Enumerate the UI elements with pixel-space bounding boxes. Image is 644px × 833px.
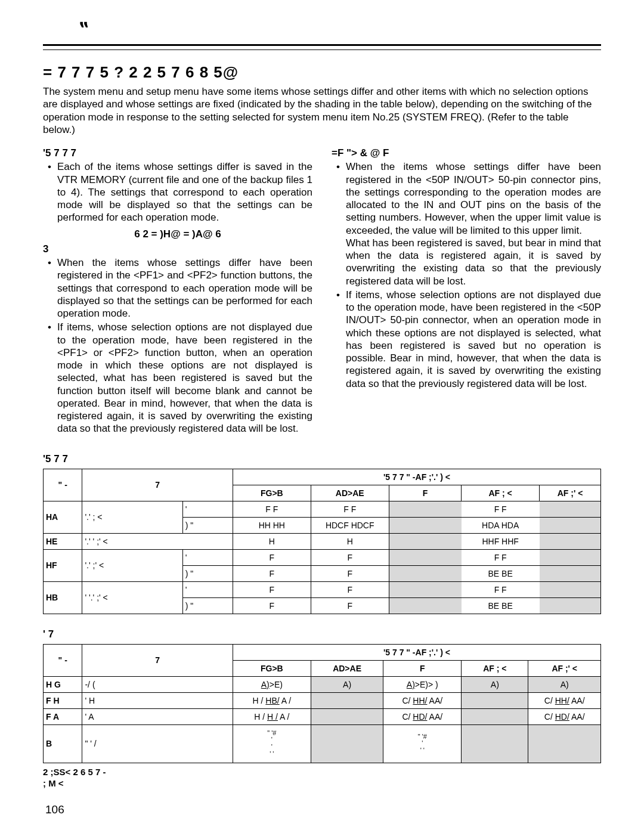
t1-c4: BE BE (462, 565, 540, 581)
left-column: '5 7 7 7 Each of the items whose setting… (43, 144, 312, 439)
footnote-2: ; M < (43, 778, 601, 788)
t1-head-c5: AF ;' < (540, 485, 601, 501)
table2-title: ' 7 (43, 628, 601, 640)
t1-c5 (540, 533, 601, 549)
t1-item: '.' ; < (82, 501, 182, 533)
t1-no: HA (44, 501, 82, 533)
t1-c2: F (311, 549, 389, 565)
t1-c2: H (311, 533, 389, 549)
t1-c4: F F (462, 549, 540, 565)
table-row: HF'.' ;' <'FFF F (44, 549, 601, 565)
t1-c1: HH HH (233, 517, 311, 533)
t1-c4: HHF HHF (462, 533, 540, 549)
t1-c1: F (233, 565, 311, 581)
header-ornament: ‟ (43, 18, 601, 44)
t2-cell: H / HB/ A / (233, 692, 311, 708)
t1-body: HA'.' ; <'F FF FF F) "HH HHHDCF HDCFHDA … (44, 501, 601, 614)
t1-c3 (389, 565, 462, 581)
t1-no: HE (44, 533, 82, 549)
t2-cell: A)>E)> ) (383, 676, 462, 692)
t1-item: ' '.' ;' < (82, 581, 182, 614)
t2-item: -/ ( (82, 676, 233, 692)
t1-head-no: " - (44, 469, 82, 501)
right-column: =F "> & @ F When the items whose setting… (332, 144, 601, 439)
t1-c3 (389, 517, 462, 533)
table2: " - 7 '5 7 7 " -AF ;'.' ) < FG>B AD>AE F… (43, 644, 601, 763)
t2-cell (462, 724, 528, 763)
t2-cell: C/ HH/ AA/ (383, 692, 462, 708)
t2-cell: H / H / A / (233, 708, 311, 724)
t2-cell: C/ HD/ AA/ (383, 708, 462, 724)
t1-c5 (540, 517, 601, 533)
t1-c1: H (233, 533, 311, 549)
t2-head-c3: F (383, 660, 462, 676)
t2-item: ' H (82, 692, 233, 708)
t2-head-c1: FG>B (233, 660, 311, 676)
t2-cell: A) (462, 676, 528, 692)
two-column-body: '5 7 7 7 Each of the items whose setting… (43, 144, 601, 439)
t1-head-item: 7 (82, 469, 233, 501)
t1-c5 (540, 501, 601, 517)
t2-cell (462, 692, 528, 708)
t1-c3 (389, 501, 462, 517)
t1-head-c3: F (389, 485, 462, 501)
right-bullet-1a: When the items whose settings differ hav… (346, 161, 601, 236)
t2-item: ' A (82, 708, 233, 724)
t1-sub: ' (182, 581, 233, 597)
t1-no: HF (44, 549, 82, 581)
right-subhead-1: =F "> & @ F (332, 147, 601, 159)
t2-head-no: " - (44, 644, 82, 676)
right-bullet-1: When the items whose settings differ hav… (340, 160, 601, 287)
t2-head-group: '5 7 7 " -AF ;'.' ) < (233, 644, 600, 660)
t1-sub: ' (182, 549, 233, 565)
t1-c1: F (233, 549, 311, 565)
t1-c5 (540, 581, 601, 597)
table-row: H G-/ (A)>E)A)A)>E)> )A)A) (44, 676, 601, 692)
t2-head-c5: AF ;' < (528, 660, 601, 676)
t1-head-c4: AF ; < (462, 485, 540, 501)
t2-cell: A)>E) (233, 676, 311, 692)
t1-head-group: '5 7 7 " -AF ;'.' ) < (233, 469, 600, 485)
t2-cell (528, 724, 601, 763)
t1-c2: F F (311, 501, 389, 517)
t2-cell (311, 708, 383, 724)
t2-cell (311, 692, 383, 708)
t1-c1: F F (233, 501, 311, 517)
footnotes: 2 ;SS< 2 6 5 7 - ; M < (43, 767, 601, 788)
t2-no: F A (44, 708, 82, 724)
t1-c5 (540, 549, 601, 565)
t2-cell: " '#'' ' (383, 724, 462, 763)
t2-body: H G-/ (A)>E)A)A)>E)> )A)A)F H' HH / HB/ … (44, 676, 601, 763)
page-number: 106 (45, 803, 64, 816)
t1-c2: HDCF HDCF (311, 517, 389, 533)
t1-sub: ' (182, 501, 233, 517)
t1-item: '.' ' ;' < (82, 533, 233, 549)
t1-c3 (389, 597, 462, 614)
t2-head-item: 7 (82, 644, 233, 676)
t1-no: HB (44, 581, 82, 614)
t1-c5 (540, 597, 601, 614)
t2-cell (311, 724, 383, 763)
t1-c2: F (311, 565, 389, 581)
t2-no: B (44, 724, 82, 763)
t2-item: " ' / (82, 724, 233, 763)
t1-c3 (389, 533, 462, 549)
t2-cell: A) (528, 676, 601, 692)
t2-cell: A) (311, 676, 383, 692)
left-center-line: 6 2 = )H@ = )A@ 6 (43, 228, 312, 240)
t1-head-c2: AD>AE (311, 485, 389, 501)
t2-head-c2: AD>AE (311, 660, 383, 676)
table-row: B" ' /" '#''' '" '#'' ' (44, 724, 601, 763)
page: ‟ = 7 7 7 5 ? 2 2 5 7 6 8 5@ The system … (0, 0, 644, 833)
t2-cell: " '#''' ' (233, 724, 311, 763)
right-bullet-1b: What has been registered is saved, but b… (346, 237, 601, 287)
t2-cell: C/ HH/ AA/ (528, 692, 601, 708)
t1-c2: F (311, 581, 389, 597)
t1-c3 (389, 549, 462, 565)
t1-c2: F (311, 597, 389, 614)
t1-c1: F (233, 581, 311, 597)
section-heading: = 7 7 7 5 ? 2 2 5 7 6 8 5@ (43, 63, 601, 82)
t1-c3 (389, 581, 462, 597)
t2-cell: C/ HD/ AA/ (528, 708, 601, 724)
t1-sub: ) " (182, 565, 233, 581)
